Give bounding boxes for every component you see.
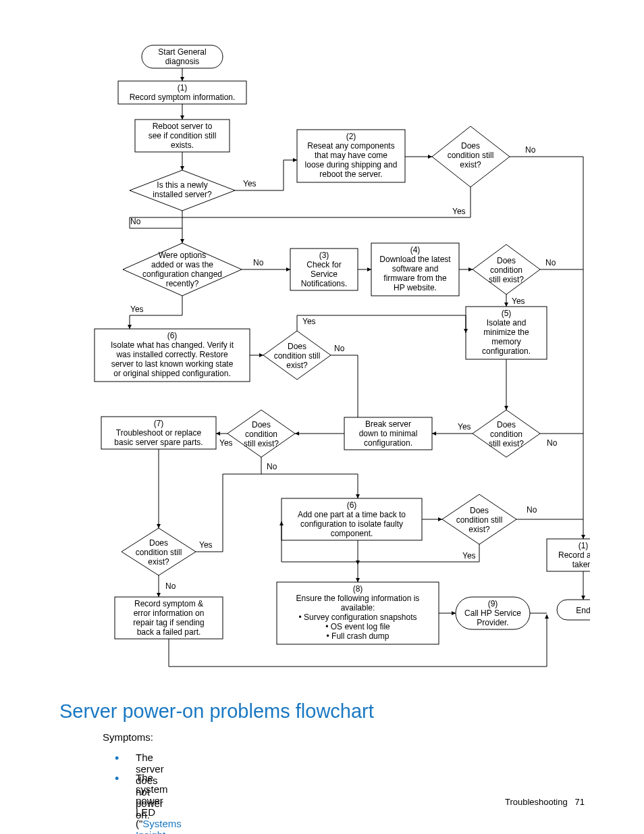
svg-text:Add one part at a time back to: Add one part at a time back to — [298, 510, 406, 519]
svg-text:(5): (5) — [502, 309, 512, 318]
svg-text:Yes: Yes — [458, 422, 471, 432]
svg-text:minimize the: minimize the — [483, 328, 529, 337]
svg-text:Ensure the following informati: Ensure the following information is — [296, 594, 420, 603]
svg-text:Yes: Yes — [512, 296, 525, 306]
svg-text:No: No — [267, 462, 277, 471]
svg-text:(9): (9) — [488, 599, 498, 608]
svg-text:End: End — [576, 606, 590, 615]
svg-text:Yes: Yes — [219, 438, 233, 448]
svg-text:condition still: condition still — [274, 351, 321, 361]
svg-text:(4): (4) — [410, 245, 421, 255]
svg-text:condition still: condition still — [456, 515, 503, 525]
svg-text:(2): (2) — [346, 132, 356, 141]
svg-text:available:: available: — [341, 603, 375, 613]
svg-text:installed server?: installed server? — [153, 190, 212, 199]
svg-text:recently?: recently? — [166, 279, 199, 288]
svg-text:Yes: Yes — [302, 317, 316, 326]
svg-text:(8): (8) — [353, 584, 363, 594]
svg-text:Call HP Service: Call HP Service — [464, 608, 521, 618]
svg-text:Yes: Yes — [462, 551, 476, 561]
flowchart-diagram: Start General diagnosis (1) Record sympt… — [88, 42, 590, 690]
svg-text:condition: condition — [490, 429, 522, 439]
svg-text:Record action: Record action — [558, 550, 590, 560]
svg-text:Record symptom &: Record symptom & — [134, 599, 203, 608]
svg-text:condition: condition — [245, 429, 277, 439]
svg-text:Provider.: Provider. — [477, 618, 508, 627]
bullet-dot: • — [115, 752, 119, 766]
svg-text:Troubleshoot or replace: Troubleshoot or replace — [116, 428, 202, 438]
svg-text:Isolate what has changed. Veri: Isolate what has changed. Verify it — [111, 340, 234, 350]
svg-text:Does: Does — [470, 506, 489, 515]
svg-text:configuration.: configuration. — [482, 346, 531, 356]
svg-text:(3): (3) — [319, 251, 329, 260]
svg-text:Break server: Break server — [365, 419, 411, 429]
svg-text:(7): (7) — [154, 419, 164, 428]
svg-text:Does: Does — [497, 256, 516, 265]
svg-text:was installed correctly.  Rest: was installed correctly. Restore — [115, 350, 227, 359]
svg-text:No: No — [334, 344, 345, 353]
symptoms-label: Symptoms: — [103, 731, 153, 743]
svg-text:Does: Does — [288, 342, 306, 351]
svg-text:memory: memory — [491, 337, 520, 346]
svg-text:condition still: condition still — [448, 151, 494, 160]
svg-text:No: No — [527, 505, 537, 515]
svg-text:loose during shipping and: loose during shipping and — [305, 160, 398, 170]
svg-text:Yes: Yes — [130, 305, 144, 314]
svg-text:Does: Does — [252, 420, 271, 429]
svg-text:Yes: Yes — [199, 540, 213, 550]
svg-text:Notifications.: Notifications. — [301, 279, 348, 288]
bullet-dot: • — [115, 772, 119, 786]
svg-text:No: No — [545, 258, 556, 267]
svg-text:configuration changed: configuration changed — [142, 269, 222, 279]
svg-text:Does: Does — [461, 141, 480, 151]
svg-text:exist?: exist? — [460, 160, 481, 170]
svg-text:Yes: Yes — [452, 207, 466, 216]
page-footer: Troubleshooting 71 — [505, 797, 585, 807]
svg-text:component.: component. — [331, 529, 373, 538]
svg-text:Service: Service — [311, 269, 338, 279]
svg-text:• OS event log file: • OS event log file — [325, 622, 390, 631]
svg-text:Isolate and: Isolate and — [487, 318, 527, 328]
svg-text:(6): (6) — [347, 500, 357, 510]
svg-text:that may have come: that may have come — [315, 151, 387, 160]
svg-text:exist?: exist? — [468, 525, 490, 534]
svg-text:No: No — [253, 258, 264, 267]
svg-text:condition still: condition still — [136, 548, 182, 557]
svg-text:(1): (1) — [178, 83, 188, 93]
svg-text:exist?: exist? — [148, 557, 169, 567]
svg-text:basic server spare parts.: basic server spare parts. — [114, 438, 203, 447]
svg-text:exists.: exists. — [171, 140, 194, 150]
svg-text:see if condition still: see if condition still — [149, 131, 217, 140]
link-systems-insight[interactable]: Systems Insight Display LEDs — [136, 818, 182, 834]
bullet-text-2: The system power LED ("Systems Insight D… — [136, 772, 182, 834]
svg-text:Reboot server to: Reboot server to — [153, 122, 213, 131]
svg-text:Reseat any components: Reseat any components — [307, 141, 394, 151]
svg-text:condition: condition — [490, 265, 522, 275]
svg-text:No: No — [525, 145, 536, 155]
svg-text:Start General: Start General — [158, 47, 206, 57]
svg-text:Record symptom information.: Record symptom information. — [130, 93, 236, 102]
svg-text:firmware from the: firmware from the — [383, 273, 447, 283]
svg-text:exist?: exist? — [286, 361, 308, 370]
svg-text:taken.: taken. — [572, 560, 590, 569]
svg-text:configuration to isolate fault: configuration to isolate faulty — [300, 519, 403, 529]
svg-text:still exist?: still exist? — [489, 439, 524, 448]
svg-text:No: No — [547, 438, 558, 448]
svg-text:configuration.: configuration. — [364, 438, 412, 448]
svg-text:added or was the: added or was the — [151, 260, 213, 269]
svg-text:Check for: Check for — [306, 260, 341, 269]
svg-text:No: No — [165, 581, 176, 591]
svg-text:Is this a newly: Is this a newly — [157, 180, 207, 190]
svg-text:still exist?: still exist? — [489, 275, 524, 284]
svg-text:repair tag if sending: repair tag if sending — [133, 618, 204, 627]
svg-text:server to last known working s: server to last known working state — [111, 359, 234, 369]
svg-text:(6): (6) — [167, 331, 178, 340]
section-heading: Server power-on problems flowchart — [59, 700, 374, 723]
svg-text:No: No — [130, 217, 141, 226]
svg-text:reboot the server.: reboot the server. — [319, 170, 382, 179]
svg-text:diagnosis: diagnosis — [165, 57, 200, 66]
svg-text:Does: Does — [149, 538, 168, 548]
svg-text:error information on: error information on — [134, 608, 205, 618]
svg-text:(1): (1) — [579, 541, 589, 550]
svg-text:Yes: Yes — [243, 179, 257, 188]
